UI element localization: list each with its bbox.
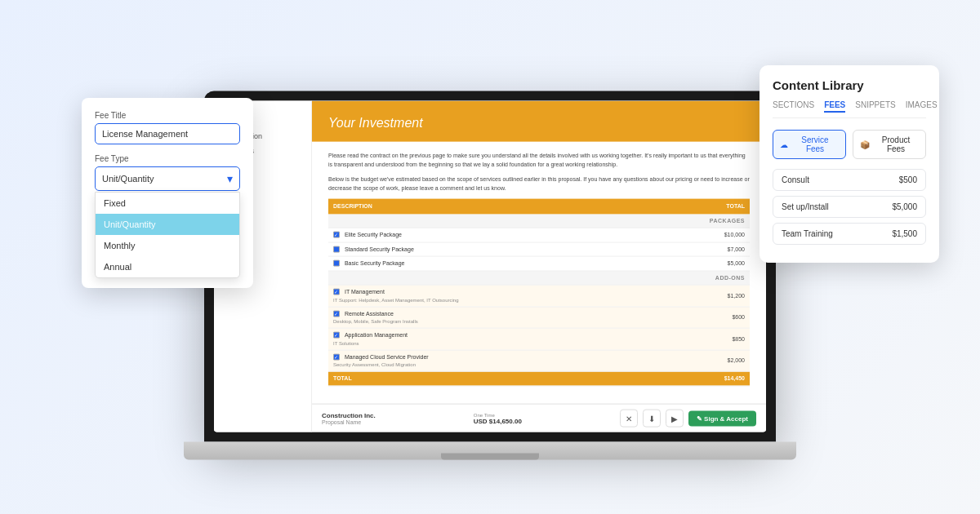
cl-fee-item-setup: Set up/Install $5,000	[773, 196, 926, 218]
cl-fee-item-consult: Consult $500	[773, 169, 926, 191]
content-library-title: Content Library	[773, 78, 926, 92]
dropdown-item-monthly[interactable]: Monthly	[96, 235, 239, 256]
addon-3-amount: $850	[672, 328, 750, 350]
cl-fee-price-training: $1,500	[892, 229, 917, 238]
section-packages: PACKAGES	[328, 214, 750, 228]
package-2-amount: $7,000	[672, 242, 750, 257]
addon-2-amount: $600	[672, 307, 750, 329]
package-1-checkbox[interactable]	[333, 232, 340, 238]
dropdown-item-unit-quantity[interactable]: Unit/Quantity	[96, 214, 239, 235]
fee-type-buttons: ☁ Service Fees 📦 Product Fees	[773, 130, 926, 159]
scene: Fee Title Fee Type Unit/Quantity ▾ Fixed…	[0, 0, 980, 514]
tab-fees[interactable]: FEES	[824, 100, 845, 113]
package-2-checkbox[interactable]	[333, 246, 340, 252]
addon-4-name: Managed Cloud Service Provider Security …	[328, 350, 672, 372]
fee-type-value: Unit/Quantity	[102, 174, 154, 184]
table-row: IT Management IT Support: Helpdesk, Asse…	[328, 285, 750, 307]
laptop: Cover Introduction About Us Your Investm…	[204, 91, 776, 460]
cl-fee-name-consult: Consult	[782, 175, 809, 184]
fee-title-input[interactable]	[95, 123, 240, 144]
table-row: Remote Assistance Desktop, Mobile, Safe …	[328, 307, 750, 329]
fee-table: DESCRIPTION TOTAL PACKAGES	[328, 199, 750, 387]
doc-main: Your Investment Please read the contract…	[312, 101, 766, 432]
cl-fee-name-training: Team Training	[782, 229, 833, 238]
send-button[interactable]: ▶	[666, 410, 684, 428]
total-label: TOTAL	[328, 371, 672, 386]
tab-snippets[interactable]: SNIPPETS	[855, 100, 895, 113]
dropdown-item-annual[interactable]: Annual	[96, 256, 239, 277]
package-1-name: Elite Security Package	[328, 228, 672, 242]
laptop-screen-frame: Cover Introduction About Us Your Investm…	[204, 91, 776, 442]
total-amount: $14,450	[672, 371, 750, 386]
close-button[interactable]: ✕	[620, 410, 638, 428]
chevron-down-icon: ▾	[227, 172, 233, 185]
addon-4-checkbox[interactable]	[333, 353, 340, 360]
content-library-tabs: SECTIONS FEES SNIPPETS IMAGES	[773, 100, 926, 118]
doc-body: Please read the contract on the previous…	[312, 142, 766, 397]
proposal-doc: Cover Introduction About Us Your Investm…	[214, 101, 766, 432]
fee-type-field: Fee Type Unit/Quantity ▾ Fixed Unit/Quan…	[95, 154, 240, 191]
addon-1-name: IT Management IT Support: Helpdesk, Asse…	[328, 285, 672, 307]
fee-editor-panel: Fee Title Fee Type Unit/Quantity ▾ Fixed…	[82, 98, 253, 288]
fee-type-dropdown-btn[interactable]: Unit/Quantity ▾	[95, 166, 240, 191]
doc-paragraph2: Below is the budget we've estimated base…	[328, 175, 750, 193]
service-icon: ☁	[780, 140, 788, 149]
dropdown-item-fixed[interactable]: Fixed	[96, 193, 239, 214]
download-icon: ⬇	[648, 414, 655, 423]
download-button[interactable]: ⬇	[643, 410, 661, 428]
footer-actions: ✕ ⬇ ▶ ✎ Sign & Accept	[620, 410, 756, 428]
addon-1-checkbox[interactable]	[333, 289, 340, 295]
laptop-base	[184, 442, 796, 460]
tab-sections[interactable]: SECTIONS	[773, 100, 814, 113]
footer-amount-value: USD $14,650.00	[474, 417, 522, 424]
product-icon: 📦	[860, 140, 870, 149]
cl-fee-price-consult: $500	[899, 175, 917, 184]
doc-footer: Construction Inc. Proposal Name One Time…	[312, 404, 766, 432]
content-library-panel: Content Library SECTIONS FEES SNIPPETS I…	[760, 65, 939, 263]
service-fees-button[interactable]: ☁ Service Fees	[773, 130, 846, 159]
product-fees-button[interactable]: 📦 Product Fees	[853, 130, 926, 159]
fee-title-label: Fee Title	[95, 111, 240, 120]
doc-title-investment: Investment	[355, 116, 423, 130]
package-1-amount: $10,000	[672, 228, 750, 242]
cl-fee-price-setup: $5,000	[892, 202, 917, 211]
addon-2-name: Remote Assistance Desktop, Mobile, Safe …	[328, 307, 672, 329]
sign-accept-button[interactable]: ✎ Sign & Accept	[688, 410, 756, 426]
footer-company-info: Construction Inc. Proposal Name	[322, 412, 376, 425]
table-row: Basic Security Package $5,000	[328, 256, 750, 271]
col-description: DESCRIPTION	[328, 199, 672, 215]
table-row: Standard Security Package $7,000	[328, 242, 750, 257]
laptop-screen: Cover Introduction About Us Your Investm…	[214, 101, 766, 432]
table-row: Application Management IT Solutions $850	[328, 328, 750, 350]
footer-amount-info: One Time USD $14,650.00	[474, 412, 522, 424]
addon-3-checkbox[interactable]	[333, 332, 340, 339]
package-3-checkbox[interactable]	[333, 260, 340, 267]
package-2-name: Standard Security Package	[328, 242, 672, 257]
doc-title-your: Your	[328, 116, 355, 130]
doc-header-banner: Your Investment	[312, 101, 766, 142]
addon-3-name: Application Management IT Solutions	[328, 328, 672, 350]
fee-type-label: Fee Type	[95, 154, 240, 163]
footer-company-name: Construction Inc.	[322, 412, 376, 419]
send-icon: ▶	[671, 414, 678, 423]
doc-title: Your Investment	[328, 116, 750, 131]
addon-1-amount: $1,200	[672, 285, 750, 307]
package-3-amount: $5,000	[672, 256, 750, 271]
footer-proposal-name: Proposal Name	[322, 419, 376, 425]
package-3-name: Basic Security Package	[328, 256, 672, 271]
addon-2-checkbox[interactable]	[333, 310, 340, 317]
table-row: Managed Cloud Service Provider Security …	[328, 350, 750, 372]
cl-fee-item-training: Team Training $1,500	[773, 223, 926, 245]
total-row: TOTAL $14,450	[328, 371, 750, 386]
doc-paragraph1: Please read the contract on the previous…	[328, 152, 750, 169]
fee-title-field: Fee Title	[95, 111, 240, 144]
col-total: TOTAL	[672, 199, 750, 215]
table-row: Elite Security Package $10,000	[328, 228, 750, 242]
cl-fee-name-setup: Set up/Install	[782, 202, 829, 211]
fee-type-select: Unit/Quantity ▾ Fixed Unit/Quantity Mont…	[95, 166, 240, 191]
fee-type-dropdown-menu: Fixed Unit/Quantity Monthly Annual	[95, 192, 240, 278]
tab-images[interactable]: IMAGES	[906, 100, 938, 113]
addon-4-amount: $2,000	[672, 350, 750, 372]
section-addons: ADD-ONS	[328, 271, 750, 286]
